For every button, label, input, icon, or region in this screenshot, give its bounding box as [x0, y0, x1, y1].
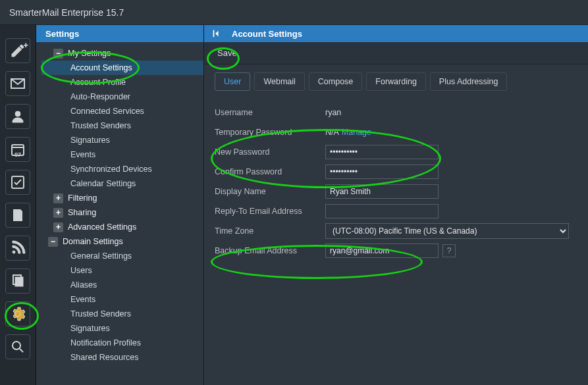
app-title: SmarterMail Enterprise 15.7 — [9, 7, 124, 18]
label-timezone: Time Zone — [215, 226, 325, 236]
collapse-icon[interactable]: − — [53, 49, 63, 59]
tree-item-trusted-senders[interactable]: Trusted Senders — [41, 118, 203, 133]
tree-item-account-settings[interactable]: Account Settings — [41, 61, 203, 75]
label-display-name: Display Name — [215, 187, 325, 196]
envelope-icon — [10, 76, 26, 91]
search-icon — [10, 339, 26, 355]
rail-calendar[interactable]: 07 — [5, 137, 30, 162]
row-confirm-password: Confirm Password — [215, 162, 577, 182]
tab-forwarding[interactable]: Forwarding — [366, 72, 426, 91]
tree-item-users[interactable]: Users — [41, 263, 203, 278]
input-display-name[interactable] — [325, 184, 439, 199]
calendar-day-label: 07 — [14, 151, 21, 158]
tree-item-domain-events[interactable]: Events — [41, 292, 203, 307]
tree-item-notification-profiles[interactable]: Notification Profiles — [41, 336, 203, 350]
rail-files[interactable] — [5, 269, 30, 294]
tree-section-my-settings[interactable]: − My Settings — [41, 46, 203, 61]
tree-item-synchronized-devices[interactable]: Synchronized Devices — [41, 162, 203, 176]
content-header: Account Settings — [204, 25, 588, 42]
tree-item-general-settings[interactable]: General Settings — [41, 249, 203, 263]
tree-item-connected-services[interactable]: Connected Services — [41, 104, 203, 118]
row-backup-email: Backup Email Address ? — [215, 241, 577, 261]
tree-item-calendar-settings[interactable]: Calendar Settings — [41, 176, 203, 191]
content-title: Account Settings — [232, 29, 302, 39]
input-new-password[interactable] — [325, 145, 439, 159]
sidebar-header: Settings — [36, 25, 203, 42]
rail-notes[interactable] — [5, 203, 30, 228]
expand-icon[interactable]: + — [53, 222, 63, 232]
plus-icon: + — [23, 40, 28, 50]
input-backup-email[interactable] — [325, 244, 439, 258]
label-confirm-password: Confirm Password — [215, 167, 325, 176]
label-backup-email: Backup Email Address — [215, 246, 325, 255]
svg-point-6 — [13, 342, 20, 349]
link-manage-temp-password[interactable]: Manage — [342, 128, 371, 137]
collapse-sidebar-button[interactable] — [211, 28, 221, 39]
app-titlebar: SmarterMail Enterprise 15.7 — [0, 0, 588, 25]
svg-rect-5 — [15, 277, 23, 286]
collapse-left-icon — [211, 29, 221, 38]
content-tabs: User Webmail Compose Forwarding Plus Add… — [204, 64, 588, 91]
tree-item-account-profile[interactable]: Account Profile — [41, 75, 203, 90]
label-username: Username — [215, 108, 325, 117]
tree-item-domain-trusted-senders[interactable]: Trusted Senders — [41, 307, 203, 321]
select-timezone[interactable]: (UTC-08:00) Pacific Time (US & Canada) — [325, 223, 569, 239]
tree-item-domain-signatures[interactable]: Signatures — [41, 321, 203, 336]
rail-contacts[interactable] — [5, 104, 30, 129]
tab-compose[interactable]: Compose — [309, 72, 363, 91]
help-backup-email[interactable]: ? — [442, 244, 456, 257]
row-display-name: Display Name — [215, 182, 577, 201]
tree-section-domain-settings[interactable]: − Domain Settings — [41, 234, 203, 249]
rail-compose[interactable]: + — [5, 38, 30, 63]
tab-plus-addressing[interactable]: Plus Addressing — [430, 72, 508, 91]
tree-item-signatures[interactable]: Signatures — [41, 133, 203, 147]
sidebar-title: Settings — [45, 29, 79, 39]
tab-webmail[interactable]: Webmail — [254, 72, 304, 91]
save-button[interactable]: Save — [213, 45, 241, 61]
nav-rail: + 07 — [0, 25, 36, 385]
svg-point-0 — [15, 111, 20, 116]
tree-section-filtering[interactable]: + Filtering — [41, 191, 203, 205]
expand-icon[interactable]: + — [53, 208, 63, 218]
rail-rss[interactable] — [5, 236, 30, 261]
label-reply-to: Reply-To Email Address — [215, 207, 325, 216]
rail-settings[interactable] — [5, 301, 30, 326]
settings-tree: − My Settings Account Settings Account P… — [36, 42, 203, 385]
row-new-password: New Password — [215, 142, 577, 162]
rss-icon — [10, 240, 26, 256]
tree-section-sharing[interactable]: + Sharing — [41, 205, 203, 220]
rail-search[interactable] — [5, 334, 30, 359]
gear-icon — [10, 306, 26, 322]
svg-point-3 — [13, 251, 15, 253]
note-icon — [10, 207, 26, 223]
rail-tasks[interactable] — [5, 170, 30, 195]
tree-item-auto-responder[interactable]: Auto-Responder — [41, 90, 203, 104]
value-username: ryan — [325, 108, 341, 117]
expand-icon[interactable]: + — [53, 193, 63, 203]
rail-mail[interactable] — [5, 71, 30, 96]
content-panel: Account Settings Save User Webmail Compo… — [204, 25, 588, 385]
checkbox-icon — [10, 174, 26, 190]
row-username: Username ryan — [215, 103, 577, 122]
user-form: Username ryan Temporary Password N/A Man… — [204, 91, 588, 272]
files-icon — [10, 273, 26, 289]
settings-sidebar: Settings − My Settings Account Settings … — [36, 25, 204, 385]
content-toolbar: Save — [204, 42, 588, 64]
value-temp-password: N/A — [325, 128, 339, 137]
tree-item-aliases[interactable]: Aliases — [41, 278, 203, 292]
input-confirm-password[interactable] — [325, 165, 439, 179]
label-temp-password: Temporary Password — [215, 128, 325, 137]
row-temp-password: Temporary Password N/A Manage — [215, 122, 577, 142]
person-icon — [10, 109, 26, 124]
tree-item-shared-resources[interactable]: Shared Resources — [41, 350, 203, 365]
input-reply-to[interactable] — [325, 204, 439, 218]
tab-user[interactable]: User — [215, 72, 250, 91]
collapse-icon[interactable]: − — [48, 237, 58, 247]
tree-item-events[interactable]: Events — [41, 147, 203, 162]
row-reply-to: Reply-To Email Address — [215, 201, 577, 221]
label-new-password: New Password — [215, 147, 325, 157]
tree-section-advanced-settings[interactable]: + Advanced Settings — [41, 220, 203, 234]
row-timezone: Time Zone (UTC-08:00) Pacific Time (US &… — [215, 221, 577, 241]
